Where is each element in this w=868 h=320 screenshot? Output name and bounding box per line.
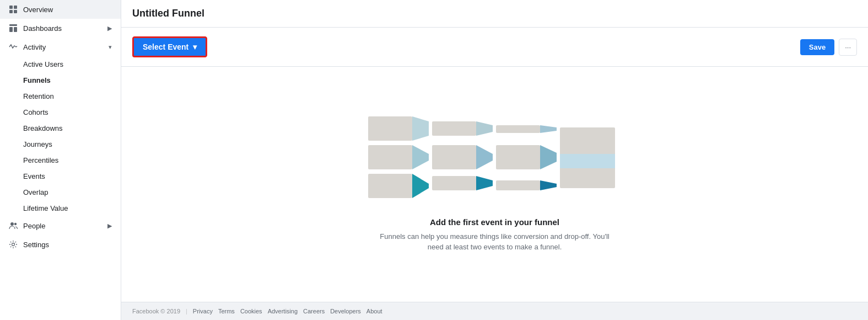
page-title: Untitled Funnel (132, 8, 204, 19)
sidebar: Overview Dashboards ▶ Activity ▾ Active … (0, 0, 121, 320)
svg-point-9 (12, 243, 15, 246)
people-icon (9, 221, 18, 230)
svg-marker-23 (540, 125, 557, 133)
svg-rect-20 (432, 176, 476, 190)
sidebar-item-lifetime-value[interactable]: Lifetime Value (0, 200, 121, 216)
svg-rect-5 (9, 27, 13, 32)
svg-marker-17 (476, 121, 493, 136)
svg-rect-30 (560, 154, 615, 168)
svg-marker-25 (540, 145, 557, 169)
empty-state-description: Funnels can help you measure things like… (374, 231, 616, 253)
svg-rect-26 (496, 180, 540, 190)
sidebar-item-funnels[interactable]: Funnels (0, 72, 121, 88)
svg-rect-18 (432, 145, 476, 169)
svg-rect-22 (496, 125, 540, 133)
svg-marker-27 (540, 180, 557, 190)
sidebar-item-people[interactable]: People ▶ (0, 216, 121, 235)
sidebar-item-overview-label: Overview (23, 6, 53, 14)
empty-state-title: Add the first event in your funnel (430, 217, 559, 227)
more-options-button[interactable]: ··· (839, 39, 857, 56)
activity-chevron-icon: ▾ (109, 44, 112, 51)
sidebar-item-journeys[interactable]: Journeys (0, 136, 121, 152)
sidebar-item-cohorts[interactable]: Cohorts (0, 104, 121, 120)
footer-link-cookies[interactable]: Cookies (240, 308, 262, 314)
overview-icon (9, 5, 18, 14)
svg-marker-13 (412, 145, 429, 169)
sidebar-item-events-label: Events (23, 172, 45, 180)
toolbar: Select Event ▾ Save ··· (121, 28, 868, 67)
sidebar-item-percentiles[interactable]: Percentiles (0, 152, 121, 168)
svg-rect-2 (9, 10, 13, 13)
sidebar-item-activity-label: Activity (23, 43, 46, 51)
svg-rect-4 (9, 24, 17, 26)
main-area: Untitled Funnel Select Event ▾ Save ··· (121, 0, 868, 320)
footer-link-careers[interactable]: Careers (303, 308, 325, 314)
empty-state: Add the first event in your funnel Funne… (121, 67, 868, 302)
select-event-label: Select Event (143, 42, 188, 51)
svg-rect-12 (368, 145, 412, 169)
svg-rect-6 (14, 27, 17, 32)
dashboards-chevron-icon: ▶ (107, 25, 112, 32)
funnel-illustration (368, 116, 622, 206)
sidebar-item-active-users[interactable]: Active Users (0, 56, 121, 72)
svg-rect-14 (368, 174, 412, 198)
footer-divider: | (186, 308, 187, 314)
sidebar-item-settings-label: Settings (23, 241, 49, 249)
sidebar-item-retention[interactable]: Retention (0, 88, 121, 104)
svg-marker-19 (476, 145, 493, 169)
svg-marker-15 (412, 174, 429, 198)
sidebar-item-lifetime-value-label: Lifetime Value (23, 204, 68, 212)
svg-rect-29 (560, 129, 615, 133)
activity-icon (9, 42, 18, 51)
footer-link-terms[interactable]: Terms (218, 308, 235, 314)
sidebar-item-overlap-label: Overlap (23, 188, 48, 196)
svg-rect-16 (432, 121, 476, 136)
select-event-dropdown-icon: ▾ (193, 42, 197, 51)
svg-rect-10 (368, 116, 412, 141)
dashboards-icon (9, 24, 18, 33)
svg-point-8 (14, 223, 17, 225)
sidebar-item-events[interactable]: Events (0, 168, 121, 184)
sidebar-item-activity[interactable]: Activity ▾ (0, 38, 121, 56)
save-button[interactable]: Save (800, 39, 834, 55)
footer-link-privacy[interactable]: Privacy (193, 308, 213, 314)
footer: Facebook © 2019 | Privacy Terms Cookies … (121, 302, 868, 320)
toolbar-right: Save ··· (800, 39, 857, 56)
people-chevron-icon: ▶ (107, 222, 112, 230)
sidebar-item-percentiles-label: Percentiles (23, 156, 58, 164)
svg-point-7 (10, 222, 14, 226)
sidebar-item-active-users-label: Active Users (23, 60, 63, 68)
sidebar-item-dashboards[interactable]: Dashboards ▶ (0, 19, 121, 38)
sidebar-item-overview[interactable]: Overview (0, 0, 121, 19)
topbar: Untitled Funnel (121, 0, 868, 28)
footer-copyright: Facebook © 2019 (132, 308, 180, 314)
sidebar-item-overlap[interactable]: Overlap (0, 184, 121, 200)
svg-rect-3 (14, 10, 17, 13)
footer-link-developers[interactable]: Developers (330, 308, 361, 314)
svg-rect-1 (14, 6, 17, 9)
sidebar-item-people-label: People (23, 222, 45, 230)
footer-link-advertising[interactable]: Advertising (268, 308, 298, 314)
svg-marker-21 (476, 176, 493, 190)
svg-marker-11 (412, 116, 429, 141)
sidebar-item-breakdowns[interactable]: Breakdowns (0, 120, 121, 136)
svg-rect-0 (9, 6, 13, 9)
sidebar-item-breakdowns-label: Breakdowns (23, 124, 63, 132)
content-area: Select Event ▾ Save ··· (121, 28, 868, 302)
sidebar-item-journeys-label: Journeys (23, 140, 52, 148)
settings-icon (9, 240, 18, 249)
sidebar-item-cohorts-label: Cohorts (23, 108, 48, 116)
svg-rect-24 (496, 145, 540, 169)
select-event-button[interactable]: Select Event ▾ (132, 36, 207, 57)
sidebar-item-dashboards-label: Dashboards (23, 24, 62, 33)
sidebar-item-settings[interactable]: Settings (0, 235, 121, 254)
sidebar-item-retention-label: Retention (23, 92, 54, 100)
footer-link-about[interactable]: About (366, 308, 382, 314)
sidebar-item-funnels-label: Funnels (23, 76, 51, 84)
